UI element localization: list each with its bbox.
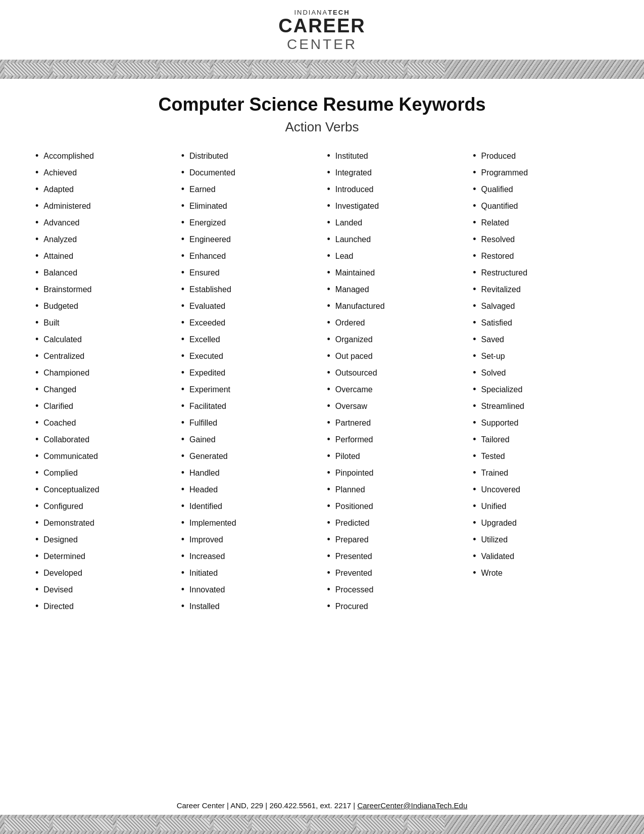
banner-block bbox=[356, 63, 404, 76]
page-footer: Career Center | AND, 229 | 260.422.5561,… bbox=[0, 792, 644, 834]
career-label: CAREER bbox=[278, 16, 365, 37]
list-item: Set-up bbox=[473, 349, 609, 363]
keywords-grid: AccomplishedAchievedAdaptedAdministeredA… bbox=[35, 149, 609, 616]
list-item: Expedited bbox=[181, 366, 317, 380]
list-item: Improved bbox=[181, 533, 317, 546]
center-label: CENTER bbox=[287, 37, 357, 53]
banner-block bbox=[53, 63, 113, 76]
list-item: Administered bbox=[35, 199, 171, 213]
list-item: Demonstrated bbox=[35, 516, 171, 530]
list-item: Accomplished bbox=[35, 149, 171, 163]
keyword-column-4: ProducedProgrammedQualifiedQuantifiedRel… bbox=[473, 149, 609, 583]
keyword-column-3: InstitutedIntegratedIntroducedInvestigat… bbox=[327, 149, 463, 616]
list-item: Identified bbox=[181, 499, 317, 513]
banner-block bbox=[356, 818, 404, 831]
list-item: Achieved bbox=[35, 166, 171, 179]
list-item: Integrated bbox=[327, 166, 463, 179]
list-item: Balanced bbox=[35, 266, 171, 280]
banner-block bbox=[116, 63, 157, 76]
list-item: Salvaged bbox=[473, 299, 609, 313]
list-item: Centralized bbox=[35, 349, 171, 363]
list-item: Solved bbox=[473, 366, 609, 380]
list-item: Budgeted bbox=[35, 299, 171, 313]
list-item: Validated bbox=[473, 549, 609, 563]
list-item: Uncovered bbox=[473, 483, 609, 496]
list-item: Upgraded bbox=[473, 516, 609, 530]
list-item: Implemented bbox=[181, 516, 317, 530]
list-item: Developed bbox=[35, 566, 171, 580]
list-item: Presented bbox=[327, 549, 463, 563]
list-item: Procured bbox=[327, 599, 463, 613]
list-item: Clarified bbox=[35, 399, 171, 413]
list-item: Generated bbox=[181, 449, 317, 463]
list-item: Manufactured bbox=[327, 299, 463, 313]
list-item: Eliminated bbox=[181, 199, 317, 213]
keyword-column-1: AccomplishedAchievedAdaptedAdministeredA… bbox=[35, 149, 171, 616]
list-item: Restored bbox=[473, 249, 609, 263]
list-item: Brainstormed bbox=[35, 283, 171, 296]
keyword-column-2: DistributedDocumentedEarnedEliminatedEne… bbox=[181, 149, 317, 616]
list-item: Initiated bbox=[181, 566, 317, 580]
list-item: Outsourced bbox=[327, 366, 463, 380]
list-item: Established bbox=[181, 283, 317, 296]
list-item: Changed bbox=[35, 383, 171, 396]
list-item: Distributed bbox=[181, 149, 317, 163]
banner-block bbox=[407, 818, 445, 831]
list-item: Excelled bbox=[181, 333, 317, 346]
list-item: Managed bbox=[327, 283, 463, 296]
list-item: Piloted bbox=[327, 449, 463, 463]
list-item: Organized bbox=[327, 333, 463, 346]
list-item: Headed bbox=[181, 483, 317, 496]
list-item: Utilized bbox=[473, 533, 609, 546]
list-item: Engineered bbox=[181, 233, 317, 246]
list-item: Produced bbox=[473, 149, 609, 163]
banner-block bbox=[407, 63, 445, 76]
list-item: Complied bbox=[35, 466, 171, 480]
list-item: Evaluated bbox=[181, 299, 317, 313]
list-item: Experiment bbox=[181, 383, 317, 396]
banner-block bbox=[213, 63, 249, 76]
list-item: Analyzed bbox=[35, 233, 171, 246]
page-title: Computer Science Resume Keywords bbox=[35, 94, 609, 115]
list-item: Tailored bbox=[473, 433, 609, 446]
list-item: Landed bbox=[327, 216, 463, 229]
list-item: Facilitated bbox=[181, 399, 317, 413]
main-content: Computer Science Resume Keywords Action … bbox=[0, 79, 644, 792]
list-item: Quantified bbox=[473, 199, 609, 213]
list-item: Innovated bbox=[181, 583, 317, 596]
list-item: Enhanced bbox=[181, 249, 317, 263]
list-item: Built bbox=[35, 316, 171, 330]
list-item: Satisfied bbox=[473, 316, 609, 330]
top-banner bbox=[0, 60, 644, 79]
banner-block bbox=[116, 818, 157, 831]
list-item: Launched bbox=[327, 233, 463, 246]
list-item: Ordered bbox=[327, 316, 463, 330]
list-item: Related bbox=[473, 216, 609, 229]
list-item: Prepared bbox=[327, 533, 463, 546]
bottom-banner bbox=[0, 815, 644, 834]
banner-block bbox=[53, 818, 113, 831]
list-item: Executed bbox=[181, 349, 317, 363]
list-item: Revitalized bbox=[473, 283, 609, 296]
list-item: Processed bbox=[327, 583, 463, 596]
list-item: Configured bbox=[35, 499, 171, 513]
list-item: Gained bbox=[181, 433, 317, 446]
list-item: Wrote bbox=[473, 566, 609, 580]
list-item: Maintained bbox=[327, 266, 463, 280]
list-item: Investigated bbox=[327, 199, 463, 213]
list-item: Prevented bbox=[327, 566, 463, 580]
list-item: Streamlined bbox=[473, 399, 609, 413]
banner-block bbox=[310, 818, 353, 831]
list-item: Saved bbox=[473, 333, 609, 346]
list-item: Restructured bbox=[473, 266, 609, 280]
list-item: Out paced bbox=[327, 349, 463, 363]
list-item: Designed bbox=[35, 533, 171, 546]
banner-block bbox=[160, 63, 210, 76]
list-item: Documented bbox=[181, 166, 317, 179]
list-item: Exceeded bbox=[181, 316, 317, 330]
list-item: Increased bbox=[181, 549, 317, 563]
list-item: Supported bbox=[473, 416, 609, 430]
list-item: Specialized bbox=[473, 383, 609, 396]
list-item: Earned bbox=[181, 182, 317, 196]
list-item: Planned bbox=[327, 483, 463, 496]
